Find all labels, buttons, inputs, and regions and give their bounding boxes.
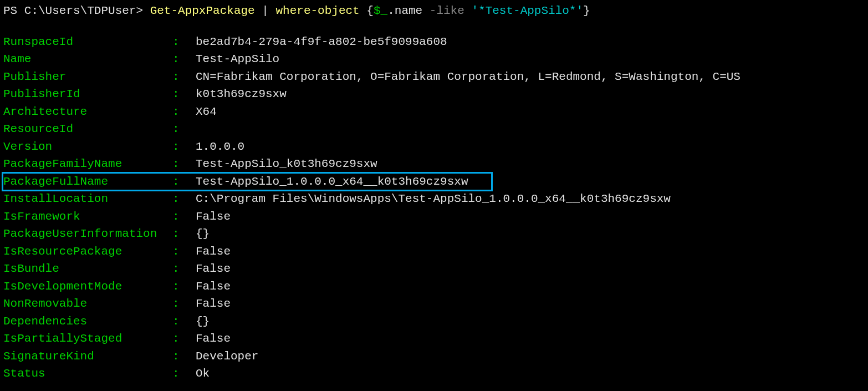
output-row: Dependencies: {} [3,313,865,331]
separator: : [172,33,196,51]
separator: : [172,173,196,191]
output-row: Architecture: X64 [3,103,865,121]
property-value: Developer [196,348,258,365]
separator: : [172,50,196,68]
output-row: IsPartiallyStaged: False [3,330,865,348]
automatic-variable: $_ [374,4,387,17]
property-value: k0t3h69cz9sxw [196,85,287,103]
property-value: Test-AppSilo_k0t3h69cz9sxw [196,155,377,173]
output-row: SignatureKind: Developer [3,348,865,365]
separator: : [172,243,196,261]
property-name: IsResourcePackage [3,243,172,261]
property-value: {} [196,225,210,243]
separator: : [172,278,196,296]
output-row: RunspaceId: be2ad7b4-279a-4f9f-a802-be5f… [3,33,865,51]
separator: : [172,225,196,243]
output-block: RunspaceId: be2ad7b4-279a-4f9f-a802-be5f… [3,33,865,383]
output-row: Publisher: CN=Fabrikam Corporation, O=Fa… [3,68,865,86]
output-row: Version: 1.0.0.0 [3,138,865,156]
separator: : [172,120,196,138]
brace-close: } [583,4,590,17]
separator: : [172,85,196,103]
property-value: Test-AppSilo [196,50,279,68]
property-value: be2ad7b4-279a-4f9f-a802-be5f9099a608 [196,33,447,51]
property-value: False [196,330,231,348]
like-operator: -like [430,4,472,17]
brace-open: { [366,4,374,17]
property-name: Architecture [3,103,172,121]
property-name: Version [3,138,172,156]
separator: : [172,138,196,156]
property-value: False [196,208,231,226]
separator: : [172,208,196,226]
output-row: PackageUserInformation: {} [3,225,865,243]
command-line[interactable]: PS C:\Users\TDPUser> Get-AppxPackage | w… [3,2,865,20]
separator: : [172,260,196,278]
separator: : [172,68,196,86]
output-row: PublisherId: k0t3h69cz9sxw [3,85,865,103]
property-name: ResourceId [3,120,172,138]
output-row: NonRemovable: False [3,295,865,313]
property-name: IsPartiallyStaged [3,330,172,348]
property-name: Status [3,365,172,383]
property-name: SignatureKind [3,348,172,365]
property-value: False [196,260,231,278]
property-value: False [196,278,231,296]
property-value: X64 [196,103,217,121]
cmdlet-where-object: where-object [276,4,360,17]
output-row: ResourceId: [3,120,865,138]
property-value: False [196,295,231,313]
property-value: {} [196,313,210,331]
property-value: CN=Fabrikam Corporation, O=Fabrikam Corp… [196,68,741,86]
property-value: Ok [196,365,210,383]
output-row: IsBundle: False [3,260,865,278]
cmdlet-get-appxpackage: Get-AppxPackage [150,4,255,17]
separator: : [172,313,196,331]
output-row: PackageFamilyName: Test-AppSilo_k0t3h69c… [3,155,865,173]
property-value: C:\Program Files\WindowsApps\Test-AppSil… [196,190,671,208]
separator: : [172,348,196,365]
separator: : [172,103,196,121]
property-name: PackageFullName [3,173,172,191]
property-name: IsFramework [3,208,172,226]
property-name: Dependencies [3,313,172,331]
output-row: Name: Test-AppSilo [3,50,865,68]
string-argument: '*Test-AppSilo*' [471,4,583,17]
output-row: IsResourcePackage: False [3,243,865,261]
property-value: 1.0.0.0 [196,138,244,156]
property-name: PublisherId [3,85,172,103]
property-name: PackageFamilyName [3,155,172,173]
separator: : [172,155,196,173]
separator: : [172,295,196,313]
property-name: IsDevelopmentMode [3,278,172,296]
property-name: Publisher [3,68,172,86]
property-name: RunspaceId [3,33,172,51]
output-row: Status: Ok [3,365,865,383]
property-name: PackageUserInformation [3,225,172,243]
separator: : [172,330,196,348]
property-value: Test-AppSilo_1.0.0.0_x64__k0t3h69cz9sxw [196,173,468,191]
property-name: Name [3,50,172,68]
property-name: NonRemovable [3,295,172,313]
output-row: InstallLocation: C:\Program Files\Window… [3,190,865,208]
separator: : [172,190,196,208]
property-name: IsBundle [3,260,172,278]
output-row: IsFramework: False [3,208,865,226]
powershell-terminal[interactable]: PS C:\Users\TDPUser> Get-AppxPackage | w… [0,0,868,385]
separator: : [172,365,196,383]
property-name: InstallLocation [3,190,172,208]
output-row: IsDevelopmentMode: False [3,278,865,296]
pipe-operator: | [255,4,276,17]
member-access: .name [387,4,430,17]
output-row: PackageFullName: Test-AppSilo_1.0.0.0_x6… [3,173,865,191]
prompt-prefix: PS C:\Users\TDPUser> [3,4,150,17]
property-value: False [196,243,231,261]
